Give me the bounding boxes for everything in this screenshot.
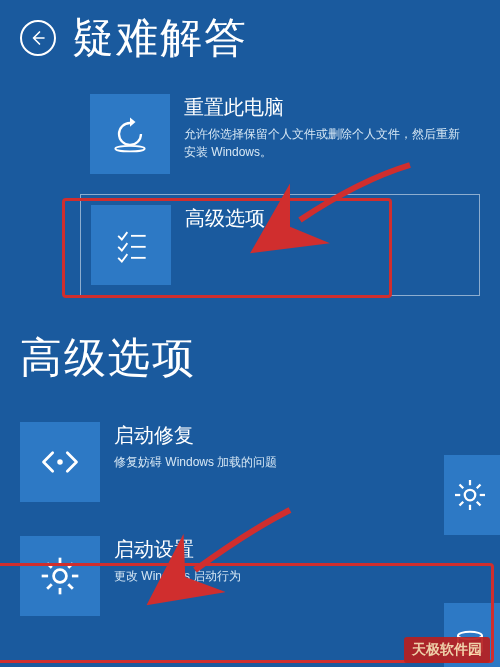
reset-pc-icon-box [90, 94, 170, 174]
svg-line-20 [477, 502, 481, 506]
advanced-options-tile-wrapper: 高级选项 [80, 194, 480, 296]
startup-settings-desc: 更改 Windows 启动行为 [114, 567, 241, 585]
advanced-options-screen: 高级选项 启动修复 修复妨碍 Windows 加载的问题 [0, 325, 500, 667]
startup-settings-tile[interactable]: 启动设置 更改 Windows 启动行为 [20, 536, 480, 616]
advanced-options-tile[interactable]: 高级选项 [91, 205, 469, 285]
advanced-options-title: 高级选项 [185, 205, 265, 232]
svg-line-22 [460, 502, 464, 506]
advanced-options-text: 高级选项 [171, 205, 265, 236]
advanced-options-icon-box [91, 205, 171, 285]
startup-settings-title: 启动设置 [114, 536, 241, 563]
svg-line-13 [47, 584, 52, 589]
svg-line-11 [68, 584, 73, 589]
checklist-icon [109, 223, 153, 267]
startup-repair-tile[interactable]: 启动修复 修复妨碍 Windows 加载的问题 [20, 422, 480, 502]
right-partial-tiles [444, 455, 500, 667]
gear-icon [452, 477, 488, 513]
troubleshoot-screen: 疑难解答 重置此电脑 允许你选择保留个人文件或删除个人文件，然后重新安装 Win… [0, 0, 500, 325]
code-brackets-icon [38, 440, 82, 484]
svg-point-5 [54, 570, 67, 583]
back-button[interactable] [20, 20, 56, 56]
page-title: 高级选项 [20, 330, 480, 386]
svg-line-10 [47, 563, 52, 568]
watermark: 天极软件园 [404, 637, 490, 663]
startup-repair-text: 启动修复 修复妨碍 Windows 加载的问题 [100, 422, 277, 471]
startup-settings-icon-box [20, 536, 100, 616]
svg-point-14 [465, 490, 476, 501]
reset-pc-title: 重置此电脑 [184, 94, 470, 121]
page-title: 疑难解答 [72, 10, 248, 66]
startup-repair-title: 启动修复 [114, 422, 277, 449]
svg-point-4 [57, 459, 63, 465]
startup-repair-desc: 修复妨碍 Windows 加载的问题 [114, 453, 277, 471]
reset-pc-tile[interactable]: 重置此电脑 允许你选择保留个人文件或删除个人文件，然后重新安装 Windows。 [90, 94, 480, 174]
reset-pc-text: 重置此电脑 允许你选择保留个人文件或删除个人文件，然后重新安装 Windows。 [170, 94, 470, 161]
svg-line-21 [477, 485, 481, 489]
reset-pc-desc: 允许你选择保留个人文件或删除个人文件，然后重新安装 Windows。 [184, 125, 470, 161]
startup-settings-text: 启动设置 更改 Windows 启动行为 [100, 536, 241, 585]
header: 疑难解答 [20, 10, 480, 66]
back-arrow-icon [29, 29, 47, 47]
reset-icon [108, 112, 152, 156]
startup-repair-icon-box [20, 422, 100, 502]
svg-line-12 [68, 563, 73, 568]
svg-point-0 [115, 146, 144, 152]
partial-tile[interactable] [444, 455, 500, 535]
gear-icon [38, 554, 82, 598]
svg-line-19 [460, 485, 464, 489]
